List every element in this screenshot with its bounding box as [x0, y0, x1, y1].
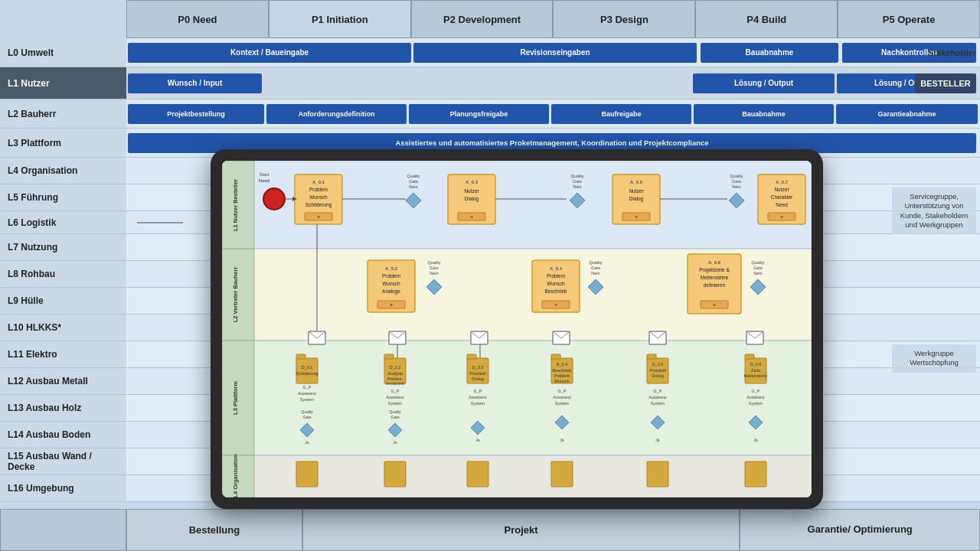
svg-text:B_0.4: B_0.4 — [557, 362, 567, 367]
svg-text:Assistenz: Assistenz — [553, 395, 571, 399]
svg-text:Protokoll: Protokoll — [649, 368, 665, 373]
svg-text:+: + — [713, 302, 717, 308]
tablet-device: L1 Nutzer Besteller L1 Nutzer Besteller … — [211, 149, 823, 509]
svg-text:+: + — [470, 214, 474, 220]
svg-text:G_P: G_P — [473, 389, 482, 393]
svg-text:+: + — [635, 214, 639, 220]
svg-text:L1 Nutzer Besteller: L1 Nutzer Besteller — [232, 179, 239, 231]
svg-text:Quality: Quality — [389, 409, 401, 414]
l0-kontext-bar: Kontext / Baueingabe — [128, 43, 411, 63]
l1-label: L1 Nutzer — [0, 67, 126, 99]
svg-text:Nein: Nein — [591, 271, 599, 276]
svg-text:definieren: definieren — [704, 282, 726, 288]
l0-revision-bar: Revisionseingaben — [413, 43, 697, 63]
svg-text:A_5.2: A_5.2 — [385, 266, 398, 271]
svg-text:Nein: Nein — [753, 271, 762, 276]
l6-label: L6 Logistik — [0, 211, 126, 233]
svg-text:D_0.6: D_0.6 — [750, 362, 762, 367]
l2-bauabnahme-bar: Bauabnahme — [694, 104, 834, 124]
svg-text:Beschrieb: Beschrieb — [553, 368, 571, 373]
svg-text:G_P: G_P — [653, 389, 662, 393]
svg-text:Quality: Quality — [301, 409, 313, 414]
l9-label: L9 Hülle — [0, 288, 126, 314]
svg-text:A_0.4: A_0.4 — [550, 266, 563, 271]
svg-text:Wunsch: Wunsch — [382, 281, 400, 286]
svg-text:Problem: Problem — [382, 273, 400, 279]
svg-text:Quality: Quality — [751, 260, 764, 265]
right-panel-werkgruppe: Werkgruppe Wertschöpfung — [892, 344, 976, 373]
svg-text:D_0.1: D_0.1 — [302, 365, 313, 370]
l0-bauabnahme-bar: Bauabnahme — [701, 43, 838, 63]
svg-rect-164 — [745, 461, 766, 487]
svg-text:D_0.5: D_0.5 — [652, 362, 664, 367]
svg-text:System: System — [749, 401, 763, 406]
svg-text:Ja: Ja — [655, 438, 660, 442]
svg-text:Analyse: Analyse — [387, 371, 403, 376]
phase-header: P0 Need P1 Initiation P2 Development P3 … — [126, 0, 980, 38]
svg-text:Gate: Gate — [430, 266, 439, 270]
l3-label: L3 Plattform — [0, 129, 126, 157]
svg-text:Charakter: Charakter — [771, 194, 793, 200]
svg-text:G_P: G_P — [390, 389, 399, 393]
svg-text:Meilensteine: Meilensteine — [701, 275, 729, 280]
svg-rect-162 — [551, 461, 573, 487]
svg-text:Wunsch: Wunsch — [309, 194, 328, 200]
svg-text:Nein: Nein — [409, 184, 417, 189]
l0-label: L0 Umwelt — [0, 38, 126, 67]
svg-text:Nein: Nein — [732, 184, 740, 189]
svg-rect-150 — [745, 354, 754, 359]
footer-projekt: Projekt — [302, 509, 740, 551]
svg-text:Gate: Gate — [591, 266, 600, 270]
svg-text:+: + — [390, 302, 394, 308]
l4-label: L4 Organisation — [0, 158, 126, 184]
footer-bestellung: Bestellung — [126, 509, 302, 551]
svg-text:Problem: Problem — [309, 187, 328, 192]
svg-rect-95 — [296, 354, 305, 359]
svg-text:Nutzer: Nutzer — [464, 188, 479, 194]
layer-l0: L0 Umwelt Kontext / Baueingabe Revisions… — [0, 38, 980, 67]
l1-wunsch-bar: Wunsch / Input — [128, 73, 262, 93]
svg-text:Quality: Quality — [407, 174, 420, 178]
svg-text:Gate: Gate — [732, 179, 741, 184]
svg-rect-140 — [647, 354, 656, 359]
l15-label: L15 Ausbau Wand / Decke — [0, 448, 126, 474]
svg-text:Problem: Problem — [554, 373, 570, 378]
l6-line — [137, 222, 183, 223]
l2-content: Projektbestellung Anforderungsdefinition… — [126, 99, 980, 128]
l10-label: L10 HLKKS* — [0, 315, 126, 341]
svg-text:Dialog: Dialog — [629, 196, 644, 202]
svg-text:+: + — [780, 214, 784, 220]
svg-text:L3 Plattform: L3 Plattform — [232, 381, 239, 415]
svg-text:Ja: Ja — [305, 440, 309, 445]
svg-text:Projektziele &: Projektziele & — [699, 267, 730, 273]
svg-text:Gate: Gate — [573, 179, 582, 184]
svg-rect-159 — [296, 461, 318, 487]
phase-p5: P5 Operate — [838, 0, 980, 38]
svg-text:Ja: Ja — [475, 438, 480, 442]
svg-rect-163 — [647, 461, 668, 487]
svg-rect-106 — [384, 354, 394, 359]
svg-text:Dialog: Dialog — [652, 373, 664, 378]
l2-baufreigabe-bar: Baufreigabe — [551, 104, 691, 124]
svg-text:System: System — [471, 401, 485, 406]
svg-text:Gate: Gate — [409, 179, 418, 184]
svg-text:Need: Need — [776, 202, 788, 207]
svg-text:Analoge: Analoge — [382, 289, 400, 295]
right-panel-servicegruppe: Servicegruppe, Unterstützung von Kunde, … — [892, 187, 976, 234]
l2-planungsfreigabe-bar: Planungsfreigabe — [409, 104, 549, 124]
svg-text:Assistenz: Assistenz — [648, 395, 667, 399]
svg-text:Protokoll: Protokoll — [469, 371, 485, 376]
l7-label: L7 Nutzung — [0, 234, 126, 260]
svg-text:Dialog: Dialog — [472, 377, 484, 381]
svg-text:Wunsch: Wunsch — [554, 379, 570, 383]
tablet-screen: L1 Nutzer Besteller L1 Nutzer Besteller … — [222, 161, 812, 497]
svg-text:verständnis: verständnis — [385, 381, 405, 386]
phase-p1: P1 Initiation — [269, 0, 411, 38]
l14-label: L14 Ausbau Boden — [0, 422, 126, 448]
svg-text:Schilderung: Schilderung — [296, 371, 318, 376]
svg-text:System: System — [388, 401, 403, 406]
svg-text:Wunsch: Wunsch — [547, 281, 565, 286]
l11-label: L11 Elektro — [0, 341, 126, 367]
l12-label: L12 Ausbau Metall — [0, 368, 126, 394]
svg-rect-160 — [384, 461, 406, 487]
